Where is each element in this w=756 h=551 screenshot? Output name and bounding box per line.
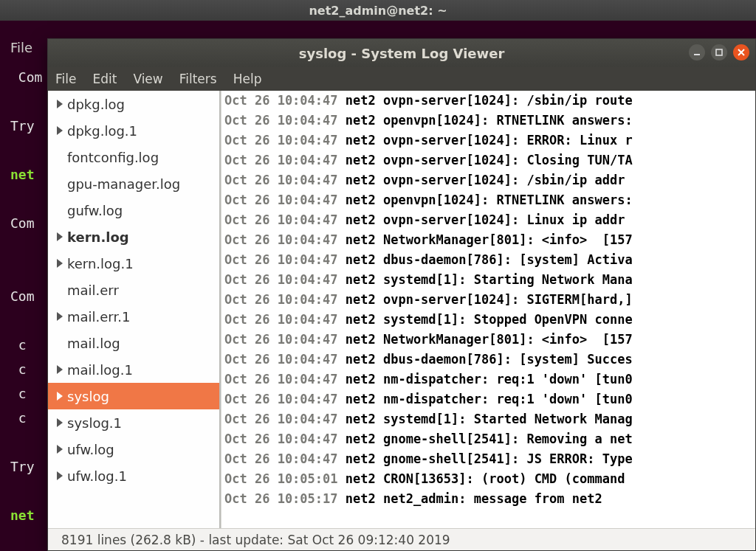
log-line[interactable]: Oct 26 10:05:17 net2 net2_admin: message… — [221, 489, 755, 509]
log-message: net2 ovpn-server[1024]: /sbin/ip addr — [338, 173, 633, 187]
log-message: net2 net2_admin: message from net2 — [338, 491, 602, 506]
log-line[interactable]: Oct 26 10:04:47 net2 NetworkManager[801]… — [221, 230, 755, 250]
log-message: net2 gnome-shell[2541]: Removing a net — [338, 432, 633, 446]
sidebar-item-mail-err-1[interactable]: mail.err.1 — [48, 303, 219, 330]
log-line[interactable]: Oct 26 10:04:47 net2 gnome-shell[2541]: … — [221, 449, 755, 469]
log-timestamp: Oct 26 10:04:47 — [224, 332, 338, 347]
terminal-line: c — [10, 406, 42, 430]
log-message: net2 openvpn[1024]: RTNETLINK answers: — [338, 193, 633, 207]
log-line[interactable]: Oct 26 10:04:47 net2 nm-dispatcher: req:… — [221, 370, 755, 389]
log-line[interactable]: Oct 26 10:05:01 net2 CRON[13653]: (root)… — [221, 469, 755, 489]
sidebar-item-dpkg-log-1[interactable]: dpkg.log.1 — [48, 117, 219, 144]
terminal-line — [10, 235, 42, 260]
sidebar-item-fontconfig-log[interactable]: fontconfig.log — [48, 144, 219, 170]
log-timestamp: Oct 26 10:04:47 — [224, 392, 338, 406]
log-message: net2 openvpn[1024]: RTNETLINK answers: — [338, 113, 633, 128]
expand-arrow-icon — [57, 445, 63, 454]
log-timestamp: Oct 26 10:04:47 — [224, 193, 338, 207]
log-line[interactable]: Oct 26 10:04:47 net2 systemd[1]: Stopped… — [221, 310, 755, 330]
log-line[interactable]: Oct 26 10:04:47 net2 gnome-shell[2541]: … — [221, 429, 755, 449]
sidebar-item-ufw-log[interactable]: ufw.log — [48, 436, 219, 462]
log-timestamp: Oct 26 10:04:47 — [224, 412, 338, 426]
terminal-titlebar: net2_admin@net2: ~ — [0, 0, 756, 21]
log-message: net2 ovpn-server[1024]: Linux ip addr — [338, 212, 633, 227]
log-line[interactable]: Oct 26 10:04:47 net2 dbus-daemon[786]: [… — [221, 350, 755, 370]
expand-arrow-icon — [57, 392, 63, 401]
log-line[interactable]: Oct 26 10:04:47 net2 NetworkManager[801]… — [221, 330, 755, 350]
log-line[interactable]: Oct 26 10:04:47 net2 systemd[1]: Startin… — [221, 270, 755, 290]
menu-view[interactable]: View — [133, 72, 162, 86]
sidebar-item-label: mail.log.1 — [67, 362, 133, 378]
app-titlebar[interactable]: syslog - System Log Viewer — [48, 39, 755, 67]
log-message: net2 ovpn-server[1024]: ERROR: Linux r — [338, 133, 633, 148]
log-line[interactable]: Oct 26 10:04:47 net2 nm-dispatcher: req:… — [221, 389, 755, 409]
log-line[interactable]: Oct 26 10:04:47 net2 openvpn[1024]: RTNE… — [221, 111, 755, 131]
log-line[interactable]: Oct 26 10:04:47 net2 ovpn-server[1024]: … — [221, 131, 755, 150]
log-line[interactable]: Oct 26 10:04:47 net2 systemd[1]: Started… — [221, 409, 755, 429]
expand-arrow-icon — [57, 126, 63, 135]
menu-edit[interactable]: Edit — [92, 72, 117, 86]
sidebar-item-gufw-log[interactable]: gufw.log — [48, 197, 219, 223]
minimize-button[interactable] — [689, 44, 705, 60]
sidebar-item-label: syslog — [67, 389, 109, 404]
sidebar-item-label: dpkg.log.1 — [67, 123, 137, 139]
log-timestamp: Oct 26 10:04:47 — [224, 292, 338, 307]
sidebar-item-label: gpu-manager.log — [67, 176, 180, 192]
sidebar-item-dpkg-log[interactable]: dpkg.log — [48, 91, 219, 117]
menu-file[interactable]: File — [55, 72, 76, 86]
window-controls — [689, 44, 749, 60]
log-line[interactable]: Oct 26 10:04:47 net2 openvpn[1024]: RTNE… — [221, 190, 755, 210]
log-timestamp: Oct 26 10:05:01 — [224, 471, 338, 486]
sidebar-item-label: syslog.1 — [67, 415, 122, 431]
log-line[interactable]: Oct 26 10:04:47 net2 ovpn-server[1024]: … — [221, 290, 755, 310]
expand-arrow-icon — [57, 100, 63, 108]
terminal-line — [10, 89, 42, 114]
app-title: syslog - System Log Viewer — [299, 46, 505, 61]
terminal-menubar-file[interactable]: File — [0, 40, 44, 55]
close-button[interactable] — [733, 44, 749, 60]
sidebar-item-label: mail.log — [67, 336, 120, 351]
log-message: net2 systemd[1]: Starting Network Mana — [338, 272, 633, 287]
sidebar-item-syslog[interactable]: syslog — [48, 383, 219, 409]
terminal-line: Com — [10, 211, 42, 235]
log-message: net2 systemd[1]: Stopped OpenVPN conne — [338, 312, 633, 327]
terminal-line — [10, 527, 42, 551]
log-timestamp: Oct 26 10:04:47 — [224, 153, 338, 167]
terminal-line: c — [10, 381, 42, 406]
terminal-line — [10, 430, 42, 454]
log-message: net2 systemd[1]: Started Network Manag — [338, 412, 633, 426]
log-content-pane[interactable]: Oct 26 10:04:47 net2 ovpn-server[1024]: … — [221, 91, 755, 528]
sidebar-item-mail-log-1[interactable]: mail.log.1 — [48, 356, 219, 383]
sidebar-item-gpu-manager-log[interactable]: gpu-manager.log — [48, 170, 219, 197]
maximize-button[interactable] — [711, 44, 727, 60]
log-message: net2 nm-dispatcher: req:1 'down' [tun0 — [338, 392, 633, 406]
sidebar-item-mail-err[interactable]: mail.err — [48, 277, 219, 303]
log-message: net2 ovpn-server[1024]: SIGTERM[hard,] — [338, 292, 633, 307]
sidebar-item-label: dpkg.log — [67, 97, 125, 112]
log-line[interactable]: Oct 26 10:04:47 net2 ovpn-server[1024]: … — [221, 210, 755, 230]
log-message: net2 gnome-shell[2541]: JS ERROR: Type — [338, 451, 633, 466]
log-timestamp: Oct 26 10:04:47 — [224, 372, 338, 387]
sidebar-item-kern-log-1[interactable]: kern.log.1 — [48, 250, 219, 277]
expand-arrow-icon — [57, 471, 63, 480]
log-file-tree[interactable]: dpkg.logdpkg.log.1fontconfig.loggpu-mana… — [48, 91, 221, 528]
log-message: net2 CRON[13653]: (root) CMD (command — [338, 471, 633, 486]
log-line[interactable]: Oct 26 10:04:47 net2 ovpn-server[1024]: … — [221, 170, 755, 190]
menu-help[interactable]: Help — [233, 72, 262, 86]
log-line[interactable]: Oct 26 10:04:47 net2 ovpn-server[1024]: … — [221, 91, 755, 111]
sidebar-item-ufw-log-1[interactable]: ufw.log.1 — [48, 462, 219, 489]
log-timestamp: Oct 26 10:04:47 — [224, 93, 338, 108]
log-timestamp: Oct 26 10:04:47 — [224, 212, 338, 227]
sidebar-item-kern-log[interactable]: kern.log — [48, 223, 219, 250]
sidebar-item-label: fontconfig.log — [67, 150, 159, 165]
log-message: net2 ovpn-server[1024]: /sbin/ip route — [338, 93, 633, 108]
terminal-title: net2_admin@net2: ~ — [309, 4, 447, 18]
log-timestamp: Oct 26 10:04:47 — [224, 252, 338, 267]
log-timestamp: Oct 26 10:04:47 — [224, 312, 338, 327]
log-message: net2 dbus-daemon[786]: [system] Succes — [338, 352, 633, 367]
sidebar-item-mail-log[interactable]: mail.log — [48, 330, 219, 356]
menu-filters[interactable]: Filters — [179, 72, 217, 86]
log-line[interactable]: Oct 26 10:04:47 net2 dbus-daemon[786]: [… — [221, 250, 755, 270]
sidebar-item-syslog-1[interactable]: syslog.1 — [48, 409, 219, 436]
log-line[interactable]: Oct 26 10:04:47 net2 ovpn-server[1024]: … — [221, 150, 755, 170]
